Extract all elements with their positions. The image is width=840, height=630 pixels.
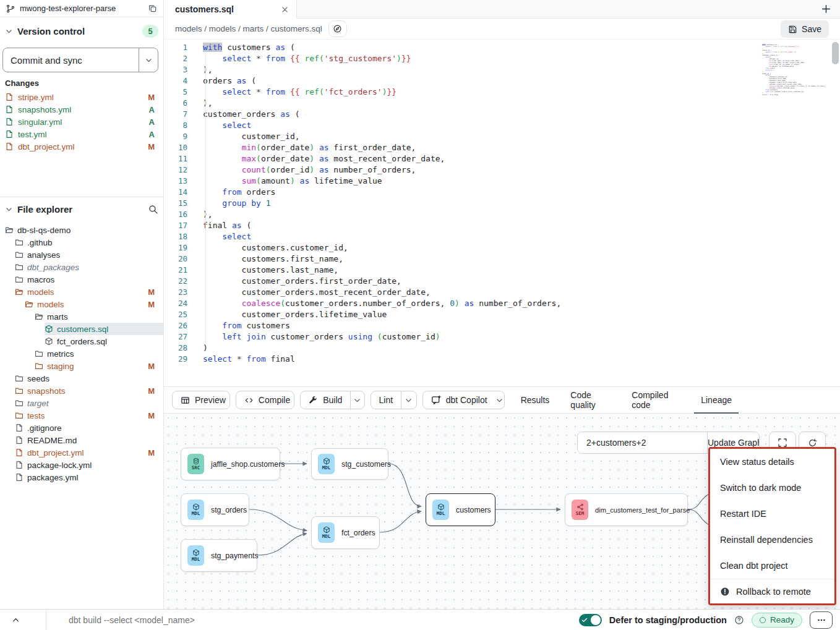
file-tree-item[interactable]: .gitignore — [15, 422, 163, 434]
version-control-header[interactable]: Version control 5 — [0, 22, 163, 40]
branch-bar: mwong-test-explorer-parse — [0, 0, 163, 17]
changed-file-row[interactable]: stripe.yml M — [0, 91, 163, 103]
result-tab[interactable]: Lineage — [690, 386, 742, 414]
file-type-icon — [15, 250, 24, 259]
dbt-command-input[interactable] — [67, 615, 414, 626]
chevron-down-icon — [5, 27, 13, 35]
changed-file-row[interactable]: singular.yml A — [0, 116, 163, 128]
file-tree-item[interactable]: tests M — [15, 409, 163, 422]
editor-scrollbar[interactable] — [832, 42, 839, 382]
node-label: customers — [456, 506, 491, 514]
status-ready-badge[interactable]: Ready — [752, 613, 802, 628]
chevron-down-icon — [145, 56, 153, 64]
file-tree-item[interactable]: seeds — [15, 372, 163, 385]
result-tab-label: Results — [521, 395, 550, 405]
file-tree-label: models — [27, 287, 54, 297]
search-icon[interactable] — [148, 204, 158, 215]
ellipsis-icon — [816, 615, 826, 625]
file-tree-item[interactable]: metrics — [35, 347, 163, 360]
lineage-node-jaffle-shop-customers[interactable]: SRC jaffle_shop.customers — [181, 448, 280, 480]
lint-options-caret[interactable] — [401, 391, 416, 409]
compile-button[interactable]: Compile — [236, 391, 294, 409]
file-tree-item[interactable]: models M — [15, 286, 163, 298]
lineage-selector-input[interactable] — [578, 432, 707, 453]
context-menu-item[interactable]: Clean dbt project — [710, 553, 834, 579]
lineage-node-stg-customers[interactable]: MDL stg_customers — [311, 448, 388, 480]
lineage-node-customers[interactable]: MDL customers — [426, 493, 495, 526]
file-tree-item[interactable]: dbt_project.yml M — [15, 446, 163, 459]
file-tree-label: marts — [47, 312, 68, 321]
file-tree-item[interactable]: models M — [25, 298, 163, 310]
file-tree-label: tests — [27, 411, 45, 420]
copy-branch-icon[interactable] — [148, 4, 157, 13]
file-tree-item[interactable]: target — [15, 397, 163, 409]
defer-toggle[interactable] — [579, 614, 602, 626]
file-tree-item[interactable]: dbt_packages — [15, 261, 163, 273]
code-lines: 1with customers as (2 select * from {{ r… — [164, 40, 840, 365]
build-button[interactable]: Build — [301, 391, 350, 409]
minimap[interactable]: with customers as ( select * from {{ ref… — [762, 45, 810, 96]
result-tab[interactable]: Code quality — [560, 386, 621, 414]
dbt-copilot-button[interactable]: dbt Copilot — [423, 391, 495, 409]
file-tree-item[interactable]: marts — [35, 310, 163, 323]
file-tree-item[interactable]: analyses — [15, 249, 163, 261]
lineage-panel[interactable]: SRC jaffle_shop.customers MDL stg_custom… — [164, 414, 840, 609]
file-tree-item[interactable]: README.md — [15, 434, 163, 446]
save-button[interactable]: Save — [781, 20, 829, 38]
defer-label: Defer to staging/production — [609, 615, 727, 625]
preview-button[interactable]: Preview — [173, 391, 230, 409]
changed-file-row[interactable]: test.yml A — [0, 128, 163, 140]
file-tree-label: analyses — [27, 250, 60, 260]
file-explorer-header[interactable]: File explorer — [0, 200, 163, 218]
changed-file-row[interactable]: snapshots.yml A — [0, 103, 163, 116]
context-menu-item[interactable]: Restart IDE — [710, 501, 834, 527]
ready-circle-icon — [760, 617, 766, 623]
file-tree-item[interactable]: customers.sql — [45, 323, 163, 335]
file-tree-item[interactable]: db-sl-qs-demo — [5, 224, 163, 236]
file-tree-item[interactable]: staging M — [35, 360, 163, 372]
file-type-icon — [15, 287, 24, 296]
tab-customers-sql[interactable]: customers.sql — [164, 0, 297, 19]
context-menu-item[interactable]: Switch to dark mode — [710, 475, 834, 501]
rollback-to-remote-menu-item[interactable]: Rollback to remote — [710, 579, 834, 603]
context-menu-item-label: View status details — [720, 457, 794, 467]
file-tree-item[interactable]: macros — [15, 273, 163, 286]
file-tree-item[interactable]: fct_orders.sql — [45, 335, 163, 347]
file-tree-item[interactable]: .github — [15, 236, 163, 249]
result-tab[interactable]: Results — [510, 386, 560, 414]
scrollbar-thumb[interactable] — [832, 42, 839, 64]
new-tab-plus-icon[interactable] — [821, 4, 831, 14]
changed-file-row[interactable]: dbt_project.yml M — [0, 140, 163, 153]
result-tab[interactable]: Compiled code — [621, 386, 690, 414]
dbt-ide-window: mwong-test-explorer-parse Version contro… — [0, 0, 840, 630]
file-type-icon — [15, 461, 24, 469]
breadcrumb-row: models / models / marts / customers.sql … — [164, 19, 840, 40]
change-status-badge: M — [148, 142, 155, 151]
open-in-explorer-button[interactable] — [328, 20, 347, 37]
commit-options-caret[interactable] — [139, 48, 158, 72]
copilot-options-caret[interactable] — [495, 391, 505, 409]
context-menu-item[interactable]: View status details — [710, 449, 834, 475]
file-icon — [5, 117, 14, 126]
expand-command-panel-button[interactable] — [0, 610, 46, 630]
code-editor[interactable]: 1with customers as (2 select * from {{ r… — [164, 40, 840, 386]
model-badge: MDL — [318, 454, 335, 474]
node-label: dim_customers_test_for_parse — [595, 506, 690, 514]
branch-name: mwong-test-explorer-parse — [20, 4, 143, 13]
context-menu-item[interactable]: Reinstall dependencies — [710, 527, 834, 553]
file-type-icon — [15, 411, 24, 420]
file-tree-item[interactable]: package-lock.yml — [15, 459, 163, 471]
commit-and-sync-button[interactable]: Commit and sync — [3, 48, 139, 72]
lineage-node-dim-customers-test-for-parse[interactable]: SEM dim_customers_test_for_parse — [565, 493, 688, 526]
build-options-caret[interactable] — [350, 391, 364, 409]
ide-options-button[interactable] — [810, 611, 833, 629]
file-tree-item[interactable]: snapshots M — [15, 385, 163, 397]
lineage-node-stg-payments[interactable]: MDL stg_payments — [181, 539, 257, 572]
file-type-icon — [35, 312, 43, 321]
lineage-node-fct-orders[interactable]: MDL fct_orders — [311, 516, 380, 549]
file-tree-item[interactable]: packages.yml — [15, 471, 163, 483]
close-tab-icon[interactable] — [281, 6, 289, 14]
lineage-node-stg-orders[interactable]: MDL stg_orders — [181, 493, 249, 526]
help-icon[interactable] — [734, 615, 744, 625]
lint-button[interactable]: Lint — [371, 391, 401, 409]
